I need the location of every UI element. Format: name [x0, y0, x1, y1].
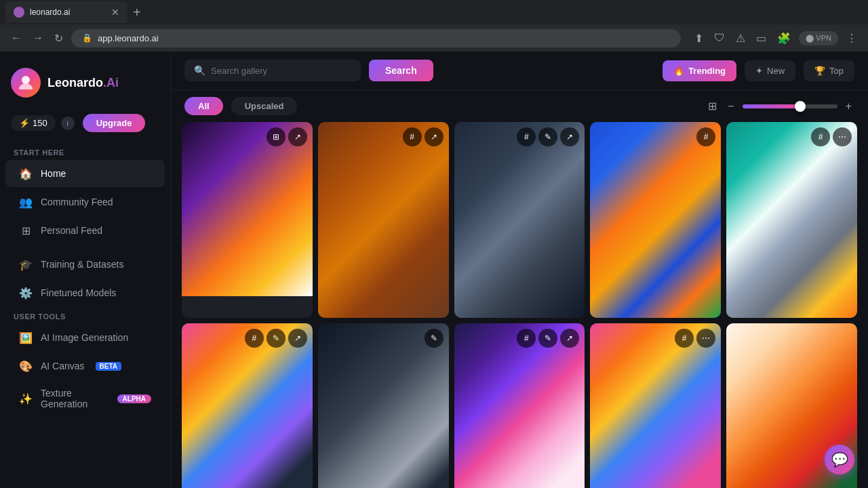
extensions-icon[interactable]: 🧩 [774, 29, 793, 47]
gallery-item[interactable]: # ✎ ↗ [454, 323, 585, 488]
active-tab[interactable]: leonardo.ai ✕ [5, 1, 127, 23]
item-action-btn[interactable]: # [403, 127, 422, 146]
gallery-item[interactable]: # ✎ ↗ [454, 122, 585, 318]
item-action-btn[interactable]: # [811, 127, 830, 146]
zoom-slider[interactable] [743, 104, 837, 108]
sidebar-item-label: Personal Feed [41, 225, 102, 236]
item-action-btn[interactable]: # [675, 329, 694, 348]
item-action-btn[interactable]: # [245, 329, 264, 348]
share-icon[interactable]: ⬆ [692, 29, 706, 47]
sidebar-item-label: AI Canvas [41, 361, 85, 371]
section-user-tools: User Tools [0, 307, 170, 323]
texture-icon: ✨ [19, 392, 33, 405]
grid-controls: ⊞ − + [705, 97, 854, 115]
sidebar-item-finetuned[interactable]: ⚙️ Finetuned Models [5, 279, 165, 306]
gallery-item[interactable]: # ✎ ↗ [182, 323, 313, 488]
zoom-in-button[interactable]: + [843, 98, 854, 115]
credits-amount: 150 [33, 118, 47, 128]
gallery-item[interactable]: ✎ [318, 323, 449, 488]
sparkle-icon: ✦ [755, 66, 763, 76]
item-expand-btn[interactable]: ↗ [288, 127, 307, 146]
sidebar-toggle-icon[interactable]: ▭ [753, 29, 769, 47]
ai-image-icon: 🖼️ [19, 331, 33, 344]
ai-canvas-icon: 🎨 [19, 359, 33, 373]
chat-bubble-button[interactable]: 💬 [825, 445, 854, 474]
new-tab-button[interactable]: + [130, 2, 144, 23]
thumb-overlay: # ✎ ↗ [245, 329, 307, 348]
browser-tabs: leonardo.ai ✕ + [0, 0, 868, 24]
zoom-out-button[interactable]: − [725, 98, 736, 115]
item-edit-btn[interactable]: ✎ [538, 329, 557, 348]
back-button[interactable]: ← [8, 29, 24, 47]
search-icon: 🔍 [194, 65, 205, 76]
main-content: 🔍 Search 🔥 Trending ✦ New 🏆 Top All Upsc… [171, 52, 868, 488]
item-expand-btn[interactable]: ↗ [288, 329, 307, 348]
vpn-badge: ⬤ VPN [799, 31, 838, 45]
menu-icon[interactable]: ⋮ [844, 29, 860, 47]
item-action-btn[interactable]: # [517, 127, 536, 146]
lock-icon: 🔒 [82, 33, 92, 43]
trending-button[interactable]: 🔥 Trending [663, 60, 736, 81]
thumb-overlay: # ✎ ↗ [517, 329, 579, 348]
sidebar-item-label: Community Feed [41, 197, 113, 207]
svg-point-1 [22, 76, 30, 84]
thumb-overlay: ✎ [425, 329, 443, 348]
gallery-item[interactable]: # ↗ [318, 122, 449, 318]
item-action-btn[interactable]: # [696, 127, 715, 146]
sidebar-item-ai-canvas[interactable]: 🎨 AI Canvas BETA [5, 352, 165, 380]
sidebar-item-ai-image[interactable]: 🖼️ AI Image Generation [5, 324, 165, 351]
community-icon: 👥 [19, 195, 33, 209]
thumb-overlay: # [696, 127, 715, 146]
sidebar-item-label: Finetuned Models [41, 287, 116, 298]
item-menu-btn[interactable]: ⋯ [696, 329, 715, 348]
item-action-btn[interactable]: # [517, 329, 536, 348]
credits-row: ⚡ 150 i Upgrade [0, 108, 170, 143]
gallery-scroll: ⊞ ↗ # ↗ # [171, 122, 868, 488]
tab-favicon [14, 7, 24, 18]
item-action-btn[interactable]: ⊞ [267, 127, 285, 146]
thumb-overlay: # ⋯ [675, 329, 715, 348]
sidebar-item-community-feed[interactable]: 👥 Community Feed [5, 188, 165, 216]
forward-button[interactable]: → [30, 29, 46, 47]
lightning-icon: ⚡ [19, 118, 30, 128]
sidebar: Leonardo.Ai ⚡ 150 i Upgrade Start Here 🏠… [0, 52, 171, 488]
search-button[interactable]: Search [369, 60, 433, 81]
item-edit-btn[interactable]: ✎ [538, 127, 557, 146]
reload-button[interactable]: ↻ [52, 29, 66, 47]
gallery-item[interactable]: # ⋯ [590, 323, 721, 488]
address-bar[interactable]: 🔒 app.leonardo.ai [71, 29, 681, 47]
sidebar-item-label: Home [41, 168, 66, 179]
filter-all-button[interactable]: All [184, 97, 223, 115]
thumb-overlay: # ✎ ↗ [517, 127, 579, 146]
gallery-grid: ⊞ ↗ # ↗ # [182, 122, 857, 488]
sidebar-item-label: Texture Generation [41, 388, 106, 409]
new-button[interactable]: ✦ New [745, 60, 795, 81]
trending-icon: 🔥 [673, 66, 684, 76]
warning-icon[interactable]: ⚠ [733, 29, 748, 47]
item-menu-btn[interactable]: ⋯ [833, 127, 852, 146]
sidebar-item-training[interactable]: 🎓 Training & Datasets [5, 251, 165, 278]
grid-view-button[interactable]: ⊞ [705, 97, 719, 115]
logo-text: Leonardo.Ai [47, 76, 119, 90]
gallery-item[interactable]: # ⋯ [726, 122, 857, 318]
tab-close-btn[interactable]: ✕ [111, 7, 119, 18]
item-expand-btn[interactable]: ↗ [560, 127, 579, 146]
sidebar-item-home[interactable]: 🏠 Home [5, 160, 165, 187]
item-expand-btn[interactable]: ↗ [425, 127, 443, 146]
sidebar-item-personal-feed[interactable]: ⊞ Personal Feed [5, 217, 165, 244]
sidebar-item-texture[interactable]: ✨ Texture Generation ALPHA [5, 381, 165, 416]
filter-upscaled-button[interactable]: Upscaled [231, 97, 298, 115]
top-button[interactable]: 🏆 Top [804, 60, 854, 81]
thumb-overlay: ⊞ ↗ [267, 127, 307, 146]
upgrade-button[interactable]: Upgrade [83, 114, 146, 132]
alpha-badge: ALPHA [117, 394, 151, 403]
item-action-btn[interactable]: ✎ [425, 329, 443, 348]
credits-info-button[interactable]: i [61, 117, 75, 130]
item-expand-btn[interactable]: ↗ [560, 329, 579, 348]
shield-icon[interactable]: 🛡 [711, 29, 728, 47]
sidebar-logo: Leonardo.Ai [0, 62, 170, 108]
search-input[interactable] [211, 66, 351, 76]
gallery-item[interactable]: ⊞ ↗ [182, 122, 313, 318]
item-edit-btn[interactable]: ✎ [267, 329, 285, 348]
gallery-item[interactable]: # [590, 122, 721, 318]
